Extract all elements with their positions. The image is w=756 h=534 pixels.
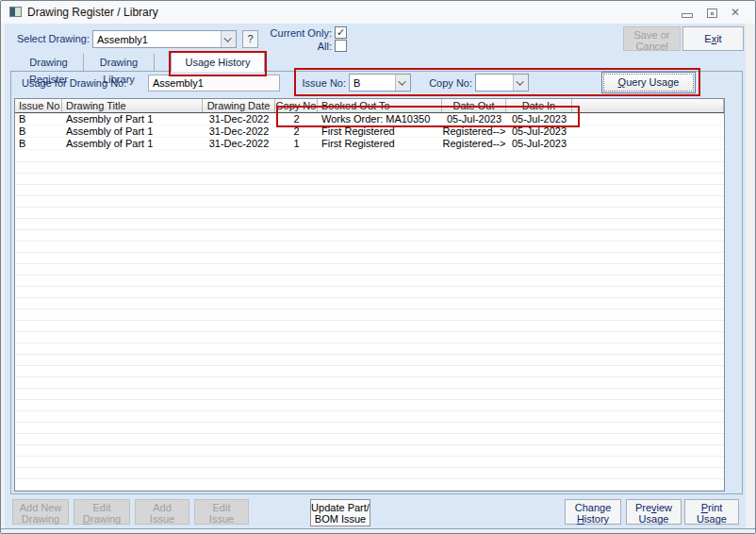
edit-issue-button[interactable]: Edit Issue [194,499,249,525]
table-cell: Registered--> [442,125,506,137]
column-header-date-out[interactable]: Date Out [442,99,506,112]
table-cell: 1 [275,138,318,149]
table-cell: B [15,125,62,137]
usage-table: Issue No Drawing Title Drawing Date Copy… [14,98,725,492]
table-cell: First Registered [318,125,442,137]
app-icon [9,7,22,17]
table-cell: Assembly of Part 1 [62,113,203,125]
checkmark-icon: ✓ [337,26,345,38]
select-drawing-combobox[interactable]: Assembly1 [92,30,237,48]
maximize-icon [711,12,714,15]
tab-usage-history[interactable]: Usage History [171,52,265,72]
table-cell: 31-Dec-2022 [203,125,275,137]
table-cell: 2 [275,125,318,137]
table-cell: 2 [275,113,318,125]
table-cell: 05-Jul-2023 [506,125,572,137]
table-empty-rows [15,151,724,491]
all-label: All: [248,41,332,52]
table-cell: 31-Dec-2022 [203,138,275,149]
table-row[interactable]: B Assembly of Part 1 31-Dec-2022 1 First… [15,138,724,150]
current-only-checkbox[interactable]: ✓ [335,26,347,39]
edit-drawing-button[interactable]: Edit Drawing [74,499,130,525]
table-cell: Assembly of Part 1 [62,138,203,149]
table-cell: First Registered [318,138,442,149]
table-cell: 05-Jul-2023 [442,113,506,125]
table-cell: 05-Jul-2023 [506,113,572,125]
app-window: Drawing Register / Library ✕ Select Draw… [0,0,756,534]
exit-button[interactable]: Exit [682,26,744,51]
table-cell: B [15,113,62,125]
column-header-issue-no[interactable]: Issue No [15,99,62,112]
close-button[interactable]: ✕ [731,6,740,19]
table-cell: 31-Dec-2022 [203,113,275,125]
table-row[interactable]: B Assembly of Part 1 31-Dec-2022 2 Works… [15,113,724,125]
add-new-drawing-button[interactable]: Add New Drawing [12,499,69,525]
column-header-booked-out-to[interactable]: Booked Out To [318,99,442,112]
select-drawing-value: Assembly1 [93,34,221,45]
column-header-drawing-title[interactable]: Drawing Title [62,99,203,112]
window-title: Drawing Register / Library [27,6,158,19]
column-header-date-in[interactable]: Date In [506,99,572,112]
table-cell: 05-Jul-2023 [506,138,572,149]
print-usage-button[interactable]: Print Usage [684,499,739,525]
chevron-down-icon[interactable] [221,31,236,47]
window-right-margin [746,24,756,528]
preview-usage-button[interactable]: Preview Usage [626,499,682,525]
table-cell: B [15,138,62,149]
tab-drawing-register[interactable]: Drawing Register [14,54,84,71]
tab-drawing-library[interactable]: Drawing Library [84,54,155,71]
column-header-drawing-date[interactable]: Drawing Date [203,99,275,112]
table-header-row: Issue No Drawing Title Drawing Date Copy… [15,99,724,113]
change-history-button[interactable]: Change History [565,499,621,525]
update-part-bom-issue-button[interactable]: Update Part/ BOM Issue [310,499,370,526]
minimize-button[interactable] [682,13,693,18]
select-drawing-label: Select Drawing: [14,33,90,44]
table-cell: Registered--> [442,138,506,149]
add-issue-button[interactable]: Add Issue [135,499,189,525]
table-cell: Assembly of Part 1 [62,125,203,137]
window-bottom-edge [1,528,756,534]
column-header-filler [572,99,724,112]
current-only-label: Current Only: [248,27,332,39]
maximize-button[interactable] [707,8,717,18]
table-row[interactable]: B Assembly of Part 1 31-Dec-2022 2 First… [15,125,724,138]
column-header-copy-no[interactable]: Copy No [275,99,318,112]
window-titlebar: Drawing Register / Library [1,1,755,24]
all-checkbox[interactable] [335,40,347,52]
save-or-cancel-button[interactable]: Save or Cancel [623,26,681,51]
table-cell: Works Order: MA10350 [318,113,442,125]
